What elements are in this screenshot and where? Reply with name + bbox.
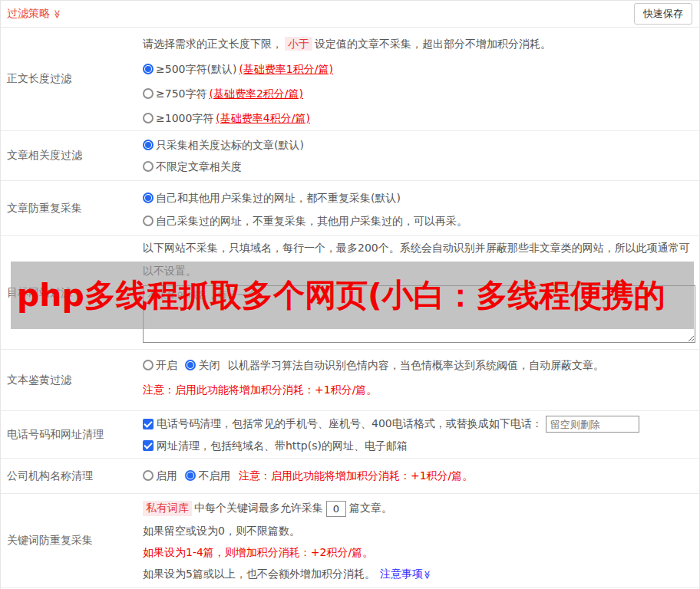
company-option-disable[interactable]: 不启用 [185,469,230,482]
notice-link[interactable]: 注意事项 [380,568,423,580]
fee-note: (基础费率1积分/篇) [239,63,333,75]
radio-icon[interactable] [143,113,154,123]
section-label: 文章相关度过滤 [1,131,135,180]
porn-cost-note: 注意：启用此功能将增加积分消耗：+1积分/篇。 [143,382,694,397]
chevron-down-icon: ≫ [423,571,431,580]
filter-settings-page: 过滤策略 ≫ 快速保存 正文长度过滤 请选择需求的正文长度下限，小于设定值的文章… [0,0,700,589]
keyword-count-input[interactable] [326,501,346,517]
length-option-1000[interactable]: ≥1000字符(基础费率4积分/篇) [143,110,694,126]
radio-checked-icon[interactable] [143,140,154,150]
keyword-note-five: 如果设为5篇或以上，也不会额外增加积分消耗。注意事项≫ [143,566,694,581]
target-site-note: 以下网站不采集，只填域名，每行一个，最多200个。系统会自动识别并屏蔽那些非文章… [143,236,695,282]
length-option-750[interactable]: ≥750字符(基础费率2积分/篇) [143,86,694,101]
dedup-option-self-only[interactable]: 自己采集过的网址，不重复采集，其他用户采集过的，可以再采。 [143,213,694,229]
checkbox-checked-icon[interactable] [143,419,154,429]
section-relevance-filter: 文章相关度过滤 只采集相关度达标的文章(默认) 不限定文章相关度 [1,131,699,181]
company-cost-note: 注意：启用此功能将增加积分消耗：+1积分/篇。 [239,469,473,482]
porn-options-line: 开启 关闭 以机器学习算法自动识别色情内容，当色情概率达到系统阈值，自动屏蔽文章… [143,357,694,373]
section-label: 文本鉴黄过滤 [1,350,135,410]
section-label: 文章防重复采集 [1,181,135,235]
radio-checked-icon[interactable] [185,360,196,370]
section-label: 正文长度过滤 [1,28,135,130]
section-porn-filter: 文本鉴黄过滤 开启 关闭 以机器学习算法自动识别色情内容，当色情概率达到系统阈值… [1,350,699,411]
header-bar: 过滤策略 ≫ 快速保存 [1,1,699,28]
fee-note: (基础费率4积分/篇) [216,112,310,124]
fee-note: (基础费率2积分/篇) [209,87,303,100]
section-keyword-dedup: 关键词防重复采集 私有词库 中每个关键词最多允许采集 篇文章。 如果留空或设为0… [1,494,699,588]
section-label: 目标网站过滤 [1,236,135,349]
url-cleanup-option[interactable]: 网址清理，包括纯域名、带http(s)的网址、电子邮箱 [143,438,694,453]
length-intro: 请选择需求的正文长度下限，小于设定值的文章不采集，超出部分不增加积分消耗。 [143,36,694,51]
section-dedup-filter: 文章防重复采集 自己和其他用户采集过的网址，都不重复采集(默认) 自己采集过的网… [1,181,699,236]
keyword-note-cost: 如果设为1-4篇，则增加积分消耗：+2积分/篇。 [143,545,694,560]
length-option-500[interactable]: ≥500字符(默认)(基础费率1积分/篇) [143,61,694,77]
relevance-option-strict[interactable]: 只采集相关度达标的文章(默认) [143,137,694,153]
radio-icon[interactable] [143,161,154,172]
chevron-down-icon: ≫ [53,9,61,18]
section-label: 公司机构名称清理 [1,459,135,493]
section-phone-url-cleanup: 电话号码和网址清理 电话号码清理，包括常见的手机号、座机号、400电话格式，或替… [1,411,699,459]
radio-checked-icon[interactable] [143,192,154,203]
phone-cleanup-option[interactable]: 电话号码清理，包括常见的手机号、座机号、400电话格式，或替换成如下电话： [143,415,694,433]
porn-option-off[interactable]: 关闭 [185,359,220,371]
section-target-site-filter: 目标网站过滤 以下网站不采集，只填域名，每行一个，最多200个。系统会自动识别并… [1,236,699,350]
blocked-domains-textarea[interactable] [143,285,695,343]
section-label: 电话号码和网址清理 [1,411,135,458]
company-option-enable[interactable]: 启用 [143,469,177,482]
quick-save-button[interactable]: 快速保存 [634,3,692,25]
private-lexicon-badge[interactable]: 私有词库 [143,501,192,516]
radio-checked-icon[interactable] [143,64,154,74]
radio-icon[interactable] [143,216,154,226]
section-company-cleanup: 公司机构名称清理 启用 不启用 注意：启用此功能将增加积分消耗：+1积分/篇。 [1,459,699,494]
company-options-line: 启用 不启用 注意：启用此功能将增加积分消耗：+1积分/篇。 [143,468,694,483]
page-title-text: 过滤策略 [7,7,50,21]
radio-icon[interactable] [143,88,154,99]
relevance-option-any[interactable]: 不限定文章相关度 [143,159,694,174]
page-title[interactable]: 过滤策略 ≫ [7,7,62,21]
radio-icon[interactable] [143,470,154,481]
replacement-phone-input[interactable] [546,416,639,433]
less-than-badge: 小于 [285,37,312,51]
checkbox-checked-icon[interactable] [143,440,154,451]
section-body-length-filter: 正文长度过滤 请选择需求的正文长度下限，小于设定值的文章不采集，超出部分不增加积… [1,28,699,131]
porn-option-on[interactable]: 开启 [143,359,177,371]
keyword-note-zero: 如果留空或设为0，则不限篇数。 [143,523,694,538]
porn-desc: 以机器学习算法自动识别色情内容，当色情概率达到系统阈值，自动屏蔽文章。 [228,359,604,371]
radio-icon[interactable] [143,360,154,370]
keyword-limit-line: 私有词库 中每个关键词最多允许采集 篇文章。 [143,500,694,517]
section-label: 关键词防重复采集 [1,494,135,587]
radio-checked-icon[interactable] [185,470,196,481]
dedup-option-all-users[interactable]: 自己和其他用户采集过的网址，都不重复采集(默认) [143,190,694,206]
